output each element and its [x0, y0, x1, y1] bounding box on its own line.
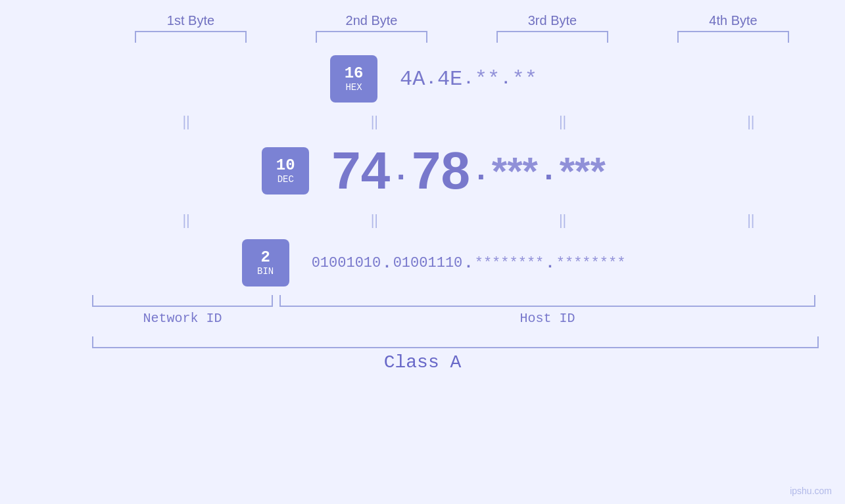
bin-byte-2: 01001110 — [393, 255, 463, 271]
dec-data-row: 10 DEC 74 . 78 . *** . *** — [239, 135, 606, 207]
top-bracket-1 — [135, 31, 247, 43]
equals-6: || — [371, 212, 378, 229]
dec-badge: 10 DEC — [262, 147, 309, 195]
hex-byte-3: ** — [475, 67, 500, 91]
equals-2: || — [371, 113, 378, 130]
bin-bytes-row: 01001010 . 01001110 . ******** . *******… — [312, 254, 626, 272]
dec-byte-4: *** — [560, 149, 606, 194]
bottom-bracket-network — [92, 295, 273, 307]
equals-3: || — [559, 113, 566, 130]
equals-1: || — [182, 113, 189, 130]
hex-dot-1: . — [426, 70, 435, 88]
hex-byte-2: 4E — [437, 67, 462, 91]
equals-7: || — [559, 212, 566, 229]
bin-dot-3: . — [545, 254, 554, 272]
top-bracket-2 — [316, 31, 427, 43]
hex-badge-label: HEX — [345, 82, 362, 93]
equals-5: || — [182, 212, 189, 229]
equals-4: || — [747, 113, 754, 130]
bin-byte-3: ******** — [475, 255, 544, 271]
bottom-brackets-row — [92, 295, 815, 307]
hex-byte-4: ** — [512, 67, 537, 91]
bin-badge-num: 2 — [260, 249, 270, 266]
id-labels-row: Network ID Host ID — [92, 311, 815, 326]
byte-label-2: 2nd Byte — [281, 13, 462, 31]
hex-data-row: 16 HEX 4A . 4E . ** . ** — [308, 49, 537, 108]
class-label: Class A — [0, 352, 845, 373]
bin-dot-1: . — [382, 254, 391, 272]
top-bracket-row — [101, 31, 824, 43]
dec-dot-2: . — [471, 153, 491, 189]
byte-label-3: 3rd Byte — [462, 13, 643, 31]
dec-dot-3: . — [539, 153, 558, 189]
equals-row-2: || || || || — [0, 207, 845, 233]
byte-labels-row: 1st Byte 2nd Byte 3rd Byte 4th Byte — [101, 13, 824, 31]
hex-dot-2: . — [464, 70, 473, 88]
host-id-label: Host ID — [279, 311, 815, 326]
top-bracket-3 — [496, 31, 608, 43]
byte-label-4: 4th Byte — [643, 13, 824, 31]
bin-badge-label: BIN — [257, 266, 274, 277]
equals-row-1: || || || || — [0, 108, 845, 135]
network-id-label: Network ID — [92, 311, 273, 326]
dec-byte-1: 74 — [331, 141, 390, 201]
bottom-bracket-area: Network ID Host ID — [0, 295, 845, 326]
hex-byte-1: 4A — [400, 67, 425, 91]
equals-8: || — [747, 212, 754, 229]
bin-byte-1: 01001010 — [312, 255, 381, 271]
dec-badge-label: DEC — [278, 174, 294, 185]
class-row: Class A — [0, 336, 845, 373]
bin-badge: 2 BIN — [242, 239, 289, 286]
byte-label-1: 1st Byte — [101, 13, 281, 31]
dec-bytes-row: 74 . 78 . *** . *** — [331, 141, 606, 201]
top-bracket-4 — [677, 31, 789, 43]
watermark: ipshu.com — [790, 486, 832, 496]
bin-data-row: 2 BIN 01001010 . 01001110 . ******** . *… — [220, 233, 626, 292]
class-bracket — [92, 336, 819, 348]
dec-byte-2: 78 — [412, 141, 470, 201]
dec-byte-3: *** — [492, 149, 538, 194]
bottom-bracket-host — [279, 295, 815, 307]
hex-bytes-row: 4A . 4E . ** . ** — [400, 67, 537, 91]
main-container: 1st Byte 2nd Byte 3rd Byte 4th Byte 16 H… — [0, 0, 845, 504]
hex-badge: 16 HEX — [330, 55, 377, 103]
bin-dot-2: . — [464, 254, 473, 272]
bin-byte-4: ******** — [556, 255, 626, 271]
dec-badge-num: 10 — [276, 157, 295, 174]
hex-dot-3: . — [501, 70, 510, 88]
dec-dot-1: . — [391, 153, 410, 189]
hex-badge-num: 16 — [345, 65, 364, 82]
